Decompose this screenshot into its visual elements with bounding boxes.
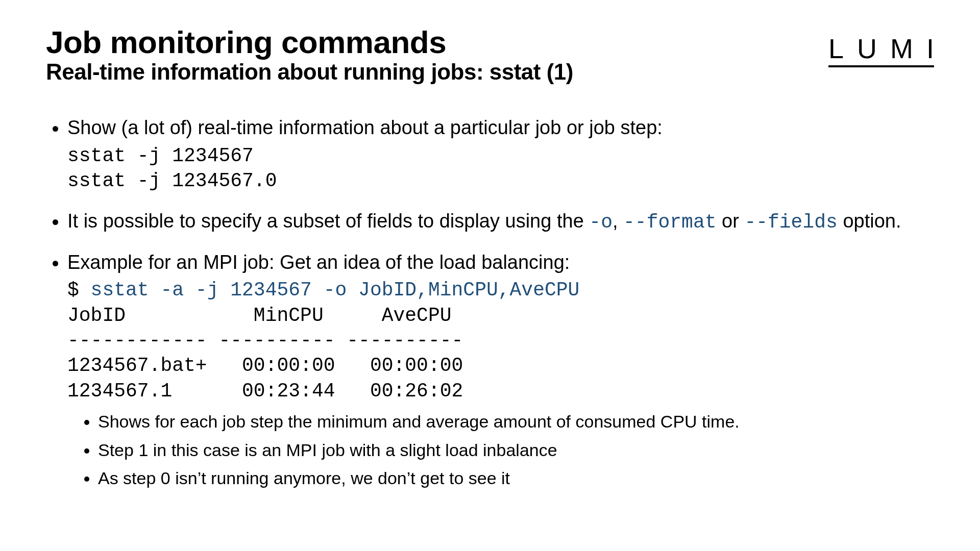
- slide-header: Job monitoring commands Real-time inform…: [46, 26, 934, 84]
- bullet-2: It is possible to specify a subset of fi…: [67, 208, 934, 235]
- sub-bullet-2: Step 1 in this case is an MPI job with a…: [98, 438, 934, 463]
- output-separator: ------------ ---------- ----------: [67, 330, 463, 352]
- logo-letter: L: [828, 33, 857, 64]
- sub-bullet-3: As step 0 isn’t running anymore, we don’…: [98, 466, 934, 491]
- bullet-list: Show (a lot of) real-time information ab…: [46, 115, 934, 490]
- bullet-3-text: Example for an MPI job: Get an idea of t…: [67, 252, 570, 273]
- sub-bullet-list: Shows for each job step the minimum and …: [67, 410, 934, 491]
- output-row-1: 1234567.bat+ 00:00:00 00:00:00: [67, 355, 463, 377]
- sub-bullet-1: Shows for each job step the minimum and …: [98, 410, 934, 434]
- bullet-1-code: sstat -j 1234567 sstat -j 1234567.0: [67, 143, 934, 194]
- opt-format: --format: [623, 211, 716, 233]
- bullet-3: Example for an MPI job: Get an idea of t…: [67, 249, 934, 491]
- opt-o: -o: [589, 211, 612, 233]
- logo-letter: U: [857, 33, 890, 64]
- logo-letter: I: [926, 33, 934, 64]
- prompt: $: [67, 279, 91, 301]
- title-block: Job monitoring commands Real-time inform…: [46, 26, 573, 84]
- opt-fields: --fields: [744, 211, 837, 233]
- output-header: JobID MinCPU AveCPU: [67, 305, 452, 327]
- bullet-2-sep1: ,: [612, 210, 623, 232]
- slide-title: Job monitoring commands: [46, 26, 573, 59]
- example-command: sstat -a -j 1234567 -o JobID,MinCPU,AveC…: [91, 279, 580, 301]
- bullet-2-sep2: or: [717, 210, 745, 232]
- bullet-2-pre: It is possible to specify a subset of fi…: [67, 210, 589, 232]
- bullet-1: Show (a lot of) real-time information ab…: [67, 115, 934, 193]
- code-line: sstat -j 1234567.0: [67, 170, 277, 192]
- slide-subtitle: Real-time information about running jobs…: [46, 60, 573, 84]
- slide: Job monitoring commands Real-time inform…: [0, 0, 980, 551]
- output-row-2: 1234567.1 00:23:44 00:26:02: [67, 380, 463, 402]
- code-line: sstat -j 1234567: [67, 145, 254, 167]
- bullet-1-text: Show (a lot of) real-time information ab…: [67, 117, 663, 138]
- bullet-3-code: $ sstat -a -j 1234567 -o JobID,MinCPU,Av…: [67, 278, 934, 404]
- lumi-logo: LUMI: [828, 33, 934, 67]
- bullet-2-post: option.: [838, 210, 901, 232]
- logo-letter: M: [890, 33, 926, 64]
